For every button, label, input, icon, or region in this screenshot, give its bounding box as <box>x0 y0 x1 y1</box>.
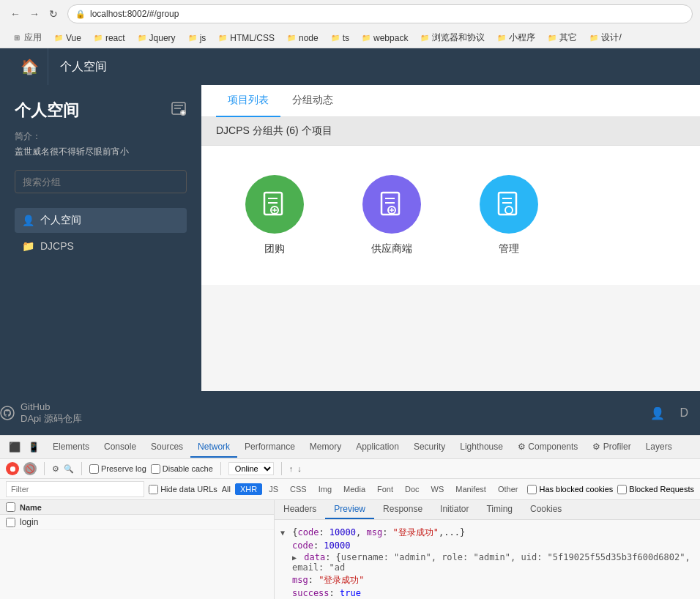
devtools-tab-security[interactable]: Security <box>406 437 453 458</box>
devtools-tab-lighthouse[interactable]: Lighthouse <box>453 437 510 458</box>
bookmark-other[interactable]: 📁 其它 <box>543 30 581 45</box>
sidebar-add-button[interactable] <box>171 101 187 121</box>
devtools-controls: ⏺ 🚫 ⚙ 🔍 Preserve log Disable cache Onlin… <box>0 459 700 479</box>
back-button[interactable]: ← <box>7 6 23 22</box>
disable-cache-checkbox[interactable] <box>151 464 160 474</box>
devtools-tab-sources[interactable]: Sources <box>144 437 190 458</box>
has-blocked-text: Has blocked cookies <box>539 485 613 494</box>
footer-github[interactable]: GitHub DApi 源码仓库 <box>0 401 82 425</box>
sidebar-item-djcps[interactable]: 📁 DJCPS <box>15 234 187 258</box>
separator-1 <box>44 462 45 475</box>
bookmark-apps-label: 应用 <box>24 31 42 44</box>
type-js[interactable]: JS <box>264 483 283 495</box>
network-row-login[interactable]: login <box>0 515 274 530</box>
type-xhr[interactable]: XHR <box>235 483 262 495</box>
footer-right-label: D <box>679 406 688 420</box>
devtools-panel: ⬛ 📱 Elements Console Sources Network Per… <box>0 435 700 599</box>
bookmark-node[interactable]: 📁 node <box>282 31 323 45</box>
bookmark-htmlcss[interactable]: 📁 HTML/CSS <box>213 31 279 45</box>
sidebar-item-label-0: 个人空间 <box>40 214 81 227</box>
preserve-log-checkbox[interactable] <box>89 464 99 474</box>
type-manifest[interactable]: Manifest <box>450 483 491 495</box>
project-card-2[interactable]: 管理 <box>450 160 567 270</box>
devtools-tabs: ⬛ 📱 Elements Console Sources Network Per… <box>0 436 700 459</box>
bm-folder-icon-9: 📁 <box>496 33 507 43</box>
bookmark-vue-label: Vue <box>66 33 81 43</box>
json-expand-data[interactable] <box>292 552 299 562</box>
network-row-checkbox-login[interactable] <box>6 518 15 527</box>
bm-folder-icon-10: 📁 <box>547 33 557 43</box>
bookmark-jquery[interactable]: 📁 Jquery <box>133 31 180 45</box>
devtools-tab-application[interactable]: Application <box>349 437 406 458</box>
bookmark-miniapp-label: 小程序 <box>509 31 535 44</box>
type-img[interactable]: Img <box>313 483 337 495</box>
devtools-tab-elements[interactable]: Elements <box>45 437 97 458</box>
record-button[interactable]: ⏺ <box>6 462 19 475</box>
devtools-device-button[interactable]: 📱 <box>25 440 42 454</box>
project-card-0[interactable]: 团购 <box>216 160 333 270</box>
type-media[interactable]: Media <box>338 483 371 495</box>
browser-toolbar: ← → ↻ 🔒 localhost:8002/#/group <box>0 0 700 28</box>
bookmark-ts-label: ts <box>343 33 349 43</box>
bookmark-js[interactable]: 📁 js <box>183 31 211 45</box>
sidebar: 个人空间 简介： 盖世威名很不得斩尽眼前宵小 👤 个人空间 📁 DJCPS <box>0 85 201 391</box>
search-button[interactable]: 🔍 <box>64 464 74 474</box>
hide-data-urls-checkbox[interactable] <box>149 485 158 494</box>
json-expand-root[interactable] <box>280 527 287 537</box>
bookmark-react[interactable]: 📁 react <box>89 31 130 45</box>
devtools-tab-network[interactable]: Network <box>190 437 237 458</box>
devtools-tab-layers[interactable]: Layers <box>638 437 679 458</box>
sidebar-search-input[interactable] <box>15 170 187 193</box>
json-key-code: code <box>292 540 313 551</box>
reload-button[interactable]: ↻ <box>45 6 62 22</box>
devtools-tab-profiler[interactable]: ⚙ Profiler <box>585 437 638 458</box>
select-all-checkbox[interactable] <box>6 502 15 512</box>
apps-icon: ⊞ <box>12 33 22 43</box>
bookmark-miniapp[interactable]: 📁 小程序 <box>492 30 540 45</box>
detail-tab-response[interactable]: Response <box>374 500 431 519</box>
clear-button[interactable]: 🚫 <box>23 462 37 475</box>
home-button[interactable]: 🏠 <box>12 48 48 85</box>
devtools-tab-performance[interactable]: Performance <box>237 437 302 458</box>
throttle-select[interactable]: Online <box>228 462 274 475</box>
project-card-1[interactable]: 供应商端 <box>333 160 450 270</box>
tab-project-list[interactable]: 项目列表 <box>216 85 280 117</box>
json-line-msg: msg: "登录成功" <box>280 573 694 587</box>
blocked-requests-checkbox[interactable] <box>617 485 627 494</box>
bookmark-webpack[interactable]: 📁 webpack <box>357 31 412 45</box>
bookmark-browser[interactable]: 📁 浏览器和协议 <box>415 30 489 45</box>
app-footer: GitHub DApi 源码仓库 👤 D <box>0 391 700 435</box>
download-button[interactable]: ↓ <box>297 464 302 473</box>
upload-button[interactable]: ↑ <box>289 464 294 473</box>
bookmark-apps[interactable]: ⊞ 应用 <box>7 30 46 45</box>
filter-icon-button[interactable]: ⚙ <box>52 464 59 474</box>
devtools-tab-console[interactable]: Console <box>97 437 144 458</box>
detail-tab-headers[interactable]: Headers <box>275 500 325 519</box>
tab-group-activity[interactable]: 分组动态 <box>280 85 345 117</box>
has-blocked-checkbox[interactable] <box>527 485 537 494</box>
bm-folder-icon-5: 📁 <box>286 33 297 43</box>
bookmark-ts[interactable]: 📁 ts <box>326 31 354 45</box>
devtools-tab-memory[interactable]: Memory <box>302 437 349 458</box>
bookmark-vue[interactable]: 📁 Vue <box>49 31 86 45</box>
filter-input[interactable] <box>6 481 144 497</box>
detail-tab-initiator[interactable]: Initiator <box>431 500 477 519</box>
type-font[interactable]: Font <box>372 483 398 495</box>
devtools-tab-components[interactable]: ⚙ Components <box>510 437 585 458</box>
json-line-1: {code: 10000, msg: "登录成功",...} <box>280 526 694 540</box>
forward-button[interactable]: → <box>26 6 42 22</box>
bookmark-design[interactable]: 📁 设计/ <box>584 30 625 45</box>
type-doc[interactable]: Doc <box>400 483 425 495</box>
type-css[interactable]: CSS <box>285 483 312 495</box>
url-bar[interactable]: 🔒 localhost:8002/#/group <box>67 4 693 23</box>
user-icon: 👤 <box>22 215 34 226</box>
detail-tab-preview[interactable]: Preview <box>325 500 374 519</box>
svg-point-21 <box>505 207 513 214</box>
detail-tab-cookies[interactable]: Cookies <box>521 500 570 519</box>
type-ws[interactable]: WS <box>426 483 450 495</box>
sidebar-item-personal-space[interactable]: 👤 个人空间 <box>15 208 187 233</box>
devtools-inspect-button[interactable]: ⬛ <box>6 440 23 454</box>
type-other[interactable]: Other <box>493 483 524 495</box>
bookmark-node-label: node <box>299 33 319 43</box>
detail-tab-timing[interactable]: Timing <box>477 500 521 519</box>
